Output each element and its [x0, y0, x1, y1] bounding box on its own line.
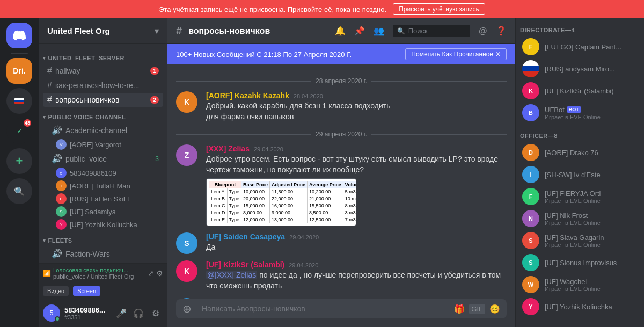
search-icon: 🔍 [397, 27, 405, 35]
discord-home-icon[interactable] [6, 23, 32, 48]
user-settings-button[interactable]: ⚙ [148, 306, 163, 321]
message-group: Z [XXX] Zelias 29.04.2020 Доброе утро вс… [167, 142, 515, 228]
add-attachment-icon[interactable]: ⊕ [182, 302, 192, 315]
chevron-down-icon: ▾ [155, 26, 159, 36]
member-item[interactable]: N [UF] Nik Frost Играет в EVE Online [518, 208, 642, 229]
voice-status-text: Голосовая связь подключ... [53, 267, 134, 273]
server-icon-explore[interactable]: 🔍 [6, 178, 32, 204]
members-category-directorate: DIRECTORATE—4 [516, 18, 644, 35]
server-icon-48[interactable]: ✓ 48 [6, 118, 32, 144]
member-item[interactable]: I [SH-SW] Iv d'Este [518, 164, 642, 185]
member-avatar: B [522, 104, 539, 121]
server-icon-ru[interactable] [6, 88, 32, 114]
member-info: [SH-SW] Iv d'Este [545, 171, 638, 179]
message-avatar: S [176, 232, 197, 254]
pin-icon[interactable]: 📌 [354, 26, 365, 36]
icon-sidebar: Dri. ✓ 48 + 🔍 [0, 18, 39, 327]
channel-badge: 1 [150, 67, 159, 75]
deafen-button[interactable]: 🎧 [131, 306, 146, 321]
speaker-icon: 🔊 [52, 249, 62, 259]
gift-icon[interactable]: 🎁 [454, 304, 465, 314]
date-line [371, 134, 507, 135]
message-input-placeholder[interactable]: Написать #вопросы-новичков [202, 304, 481, 313]
member-item[interactable]: Y [UF] Yozhik Koliuchka [518, 296, 642, 317]
mute-microphone-button[interactable]: 🎤 [114, 306, 129, 321]
voice-user-yozhik[interactable]: Y [UF] Yozhik Koliuchka [39, 218, 167, 231]
sidebar-divider [11, 53, 28, 54]
member-avatar: D [522, 144, 539, 161]
voice-channel-faction-wars[interactable]: 🔊 Faction-Wars [43, 246, 163, 261]
message-content: [UF] KizIkSr (Salambi) 29.04.2020 @[XXX]… [206, 260, 507, 291]
member-item[interactable]: K [UF] KizIkSr (Salambi) [518, 80, 642, 101]
message-avatar: Z [176, 144, 197, 166]
help-icon[interactable]: ❓ [496, 26, 507, 36]
voice-user-vargorot[interactable]: V [AORF] Vargorot [39, 138, 167, 151]
member-item[interactable]: [RUS] andysam Miro... [518, 58, 642, 79]
member-avatar [522, 60, 539, 77]
emoji-icon[interactable]: 😊 [489, 304, 500, 314]
screen-button[interactable]: Screen [73, 286, 100, 296]
server-icon-add[interactable]: + [6, 148, 32, 174]
channel-sidebar: United Fleet Org ▾ ▾ UNITED_FLEET_SERVER… [39, 18, 167, 327]
member-status: Играет в EVE Online [545, 286, 638, 292]
message-content: [AORF] Kazahk Kazahk 28.04.2020 Добрый. … [206, 91, 507, 122]
user-avatar-small: 5 [56, 168, 67, 178]
members-icon[interactable]: 👥 [374, 26, 384, 36]
message-time: 29.04.2020 [254, 146, 283, 152]
message-time: 29.04.2020 [289, 262, 318, 268]
mark-read-button[interactable]: Пометить Как Прочитанное ✕ [405, 48, 507, 60]
hash-icon: # [47, 81, 52, 90]
voice-channel-public[interactable]: 🔊 public_voice 3 [43, 151, 163, 166]
main-content: # вопросы-новичков 🔔 📌 👥 🔍 Поиск @ ❓ 100… [167, 18, 515, 327]
claim-account-button[interactable]: Присвоить учётную запись [393, 3, 485, 15]
server-icon-dri[interactable]: Dri. [6, 58, 32, 84]
member-item[interactable]: F [UF] FiERYJA Orti Играет в EVE Online [518, 186, 642, 207]
member-info: [UF] FiERYJA Orti Играет в EVE Online [545, 190, 638, 204]
channel-kak-regatsa[interactable]: # как-регаться-how-to-re... [43, 78, 163, 92]
member-avatar: K [522, 82, 539, 99]
message-author: [UF] Saiden Casapeya [206, 232, 285, 241]
close-icon: ✕ [495, 50, 501, 58]
date-line [371, 81, 507, 82]
video-button[interactable]: Видео [43, 286, 69, 296]
members-category-registered: REGISTERED—97 [516, 318, 644, 327]
voice-user-fallen[interactable]: F [RUS] FaLlen SkiLL [39, 192, 167, 205]
gif-icon[interactable]: GIF [469, 304, 485, 314]
top-banner: Эта учётная запись ещё не присвоена. При… [0, 0, 644, 18]
member-item-ufbot[interactable]: B UFBot BOT Играет в EVE Online [518, 102, 642, 123]
user-bar: 5 583409886... #3351 🎤 🎧 ⚙ [39, 299, 167, 327]
member-name: [FUEGO] Captain Pant... [545, 43, 638, 51]
message-image-attachment[interactable]: BlueprintBase PriceAdjusted PriceAverage… [206, 178, 356, 226]
member-avatar: Y [522, 298, 539, 315]
expand-icon[interactable]: ⤢ [148, 269, 154, 278]
new-messages-banner: 100+ Новых Сообщений С 21:18 По 27 Апрел… [167, 44, 515, 64]
member-item[interactable]: W [UF] Wagchel Играет в EVE Online [518, 274, 642, 295]
server-header[interactable]: United Fleet Org ▾ [39, 18, 167, 44]
user-info: 583409886... #3351 [64, 306, 109, 321]
message-content: [UF] Saiden Casapeya 29.04.2020 Да [206, 232, 507, 254]
channel-hash-icon: # [176, 25, 182, 37]
voice-channel-academic[interactable]: 🔊 Academic-channel [43, 123, 163, 137]
member-info: [UF] Wagchel Играет в EVE Online [545, 278, 638, 292]
member-item[interactable]: S [UF] Slava Gagarin Играет в EVE Online [518, 230, 642, 251]
message-header: [XXX] Zelias 29.04.2020 [206, 144, 507, 153]
member-item[interactable]: F [FUEGO] Captain Pant... [518, 36, 642, 57]
at-icon[interactable]: @ [479, 26, 487, 36]
chevron-icon: ▾ [43, 238, 46, 243]
voice-user-583[interactable]: 5 583409886109 [39, 166, 167, 179]
member-item[interactable]: D [AORF] Drako 76 [518, 142, 642, 163]
settings-icon[interactable]: ⚙ [156, 269, 163, 278]
category-label-server[interactable]: ▾ UNITED_FLEET_SERVER [39, 48, 167, 63]
member-item[interactable]: S [UF] Slonus Improvisus [518, 252, 642, 273]
search-box[interactable]: 🔍 Поиск [393, 25, 470, 37]
message-input-box[interactable]: ⊕ Написать #вопросы-новичков 🎁 GIF 😊 [176, 299, 507, 318]
voice-category-label[interactable]: ▾ PUBLIC VOICE CHANNEL [39, 107, 167, 122]
voice-user-tullah[interactable]: T [AORF] TullаН Man [39, 179, 167, 192]
channel-voprosy[interactable]: # вопросы-новичков 2 [43, 93, 163, 107]
fleets-category-label[interactable]: ▾ FLEETS [39, 231, 167, 246]
notification-bell-icon[interactable]: 🔔 [335, 26, 346, 36]
member-avatar: S [522, 232, 539, 249]
right-sidebar-members: DIRECTORATE—4 F [FUEGO] Captain Pant... … [515, 18, 644, 327]
channel-hallway[interactable]: # hallway 1 [43, 64, 163, 78]
voice-user-sadamiya[interactable]: S [UF] Sadamiya [39, 205, 167, 218]
